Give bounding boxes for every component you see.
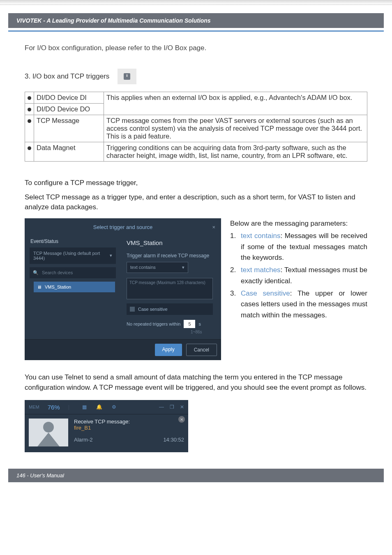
toast-body: ✕ Receive TCP message: fire_B1 Alarm-2 1… xyxy=(25,414,188,452)
param-number: 1. xyxy=(230,231,241,263)
match-mode-select[interactable]: text contains ▾ xyxy=(127,262,188,273)
param-highlight: text contains xyxy=(241,232,280,240)
seconds-range: 1~86s xyxy=(191,330,218,334)
dialog-footer: Apply Cancel xyxy=(25,339,221,360)
no-repeat-label: No repeated triggers within xyxy=(127,321,180,326)
event-toast: MEM 76% | ▦ 🔔 ⚙ — ❐ ✕ ✕ Receive TCP mess… xyxy=(25,400,188,452)
apply-button[interactable]: Apply xyxy=(155,344,182,356)
select-trigger-dialog: Select trigger and source × Event/Status… xyxy=(25,218,221,360)
param-number: 2. xyxy=(230,265,241,287)
param-text: text contains: Messages will be received… xyxy=(241,231,367,263)
case-sensitive-checkbox[interactable]: Case sensitive xyxy=(127,303,213,315)
def-name: TCP Message xyxy=(34,115,104,142)
close-icon[interactable]: × xyxy=(212,224,215,230)
chevron-down-icon: ▾ xyxy=(110,253,112,258)
dialog-title: Select trigger and source × xyxy=(25,218,221,236)
page-number: 146 - User's Manual xyxy=(16,472,64,479)
def-desc: TCP message comes from the peer VAST ser… xyxy=(104,115,367,142)
def-name: DI/DO Device DO xyxy=(34,104,104,115)
dialog-right-panel: VMS_Station Trigger alarm if receive TCP… xyxy=(124,236,218,334)
trigger-definitions-table: DI/DO Device DIThis applies when an exte… xyxy=(25,92,367,162)
def-desc: Triggering conditions can be acquiring d… xyxy=(104,142,367,162)
intro-paragraph: For I/O box configuration, please refer … xyxy=(25,44,367,52)
param-item: 1. text contains: Messages will be recei… xyxy=(230,231,367,263)
mem-percent: 76% xyxy=(48,404,60,411)
event-status-label: Event/Status xyxy=(30,238,122,244)
bullet-icon xyxy=(25,142,34,162)
page-footer: 146 - User's Manual xyxy=(8,469,384,482)
params-intro: Below are the messaging parameters: xyxy=(230,218,367,229)
param-number: 3. xyxy=(230,288,241,321)
alarm-time: 14:30:52 xyxy=(163,437,184,443)
toast-line1: Receive TCP message: xyxy=(74,419,184,425)
alarm-name: Alarm-2 xyxy=(74,437,93,443)
trigger-type-select[interactable]: TCP Message (Using default port 3444) ▾ xyxy=(30,247,116,264)
param-item: 3. Case sensitive: The upper or lower ca… xyxy=(230,288,367,321)
station-title: VMS_Station xyxy=(127,239,218,246)
trigger-alarm-label: Trigger alarm if receive TCP message xyxy=(127,253,218,259)
search-icon: 🔍 xyxy=(33,270,39,275)
restore-icon[interactable]: ❐ xyxy=(170,404,174,410)
def-desc: This applies when an external I/O box is… xyxy=(104,92,367,115)
dialog-left-panel: Event/Status TCP Message (Using default … xyxy=(28,236,122,334)
page-header: VIVOTEK - A Leading Provider of Multimed… xyxy=(8,13,384,28)
toolbar-icons: ▦ 🔔 ⚙ xyxy=(81,403,118,411)
bullet-icon xyxy=(25,104,34,115)
cancel-button[interactable]: Cancel xyxy=(186,344,217,356)
dialog-body: Event/Status TCP Message (Using default … xyxy=(25,236,221,339)
param-highlight: text matches xyxy=(241,266,281,274)
configure-line1: To configure a TCP message trigger, xyxy=(25,178,367,188)
seconds-input[interactable]: 5 xyxy=(184,320,195,328)
gear-icon[interactable]: ⚙ xyxy=(111,403,118,411)
minimize-icon[interactable]: — xyxy=(159,404,164,410)
chevron-down-icon: ▾ xyxy=(182,265,184,270)
param-highlight: Case sensitive xyxy=(241,289,290,297)
toast-line2: fire_B1 xyxy=(74,425,184,431)
toast-toolbar: MEM 76% | ▦ 🔔 ⚙ — ❐ ✕ xyxy=(25,400,188,414)
monitor-icon: 🖥 xyxy=(37,284,42,289)
close-icon[interactable]: ✕ xyxy=(180,404,184,410)
configure-line2: Select TCP message as a trigger type, an… xyxy=(25,192,367,213)
bullet-icon xyxy=(25,92,34,104)
window-controls: — ❐ ✕ xyxy=(159,404,184,410)
device-item-vms-station[interactable]: 🖥 VMS_Station xyxy=(34,282,115,292)
seconds-unit: s xyxy=(198,321,201,326)
section-3-title: 3. I/O box and TCP triggers xyxy=(25,72,109,81)
toast-text: Receive TCP message: fire_B1 Alarm-2 14:… xyxy=(74,419,184,446)
bullet-icon xyxy=(25,115,34,142)
def-name: DI/DO Device DI xyxy=(34,92,104,104)
checkbox-icon xyxy=(130,307,135,312)
window-top-edge xyxy=(0,0,392,5)
param-text: text matches: Textual messages must be e… xyxy=(241,265,367,287)
grid-icon[interactable]: ▦ xyxy=(81,403,88,411)
bell-icon[interactable]: 🔔 xyxy=(96,403,103,411)
param-item: 2. text matches: Textual messages must b… xyxy=(230,265,367,287)
io-box-icon xyxy=(118,69,136,84)
no-repeat-row: No repeated triggers within 5 s xyxy=(127,320,218,328)
dialog-and-params-row: Select trigger and source × Event/Status… xyxy=(25,218,367,360)
search-devices-input[interactable]: 🔍 Search devices xyxy=(30,267,116,278)
page-content: For I/O box configuration, please refer … xyxy=(0,32,392,452)
section-3-heading-row: 3. I/O box and TCP triggers xyxy=(25,69,367,84)
messaging-parameters: Below are the messaging parameters: 1. t… xyxy=(230,218,367,360)
event-thumbnail xyxy=(29,419,68,446)
param-text: Case sensitive: The upper or lower cases… xyxy=(241,288,367,321)
telnet-paragraph: You can use Telnet to send a small amoun… xyxy=(25,372,367,393)
tcp-message-textarea[interactable]: TCP message (Maximum 128 characters) xyxy=(127,278,213,299)
brand-text: VIVOTEK - A Leading Provider of Multimed… xyxy=(16,17,211,24)
mem-label: MEM xyxy=(29,405,39,409)
def-name: Data Magnet xyxy=(34,142,104,162)
